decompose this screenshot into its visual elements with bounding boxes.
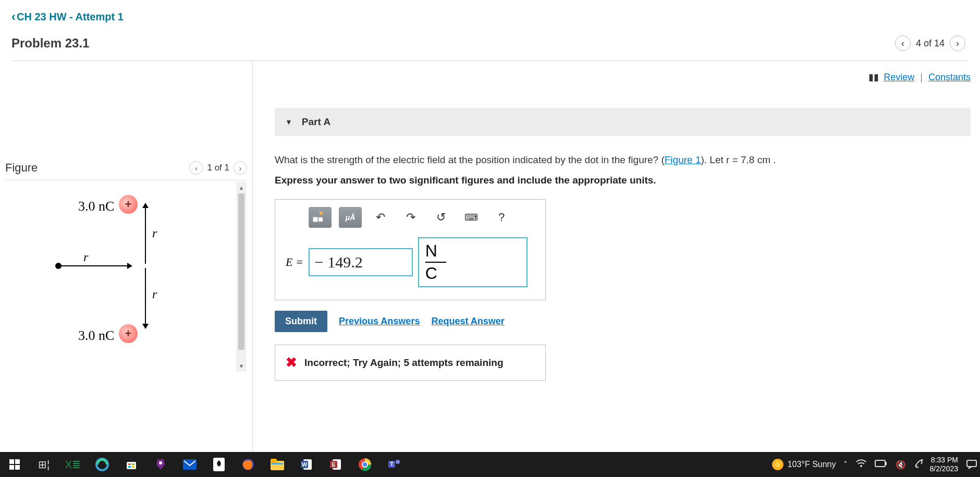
submit-button[interactable]: Submit — [275, 311, 327, 332]
pager-text: 4 of 14 — [916, 38, 945, 49]
back-link-label: CH 23 HW - Attempt 1 — [17, 11, 124, 23]
svg-point-27 — [396, 460, 400, 464]
arrow-up-icon — [142, 203, 149, 208]
taskbar-app-explorer[interactable] — [263, 452, 292, 477]
templates-tool[interactable] — [309, 207, 332, 228]
request-answer-link[interactable]: Request Answer — [431, 316, 504, 327]
feedback-text: Incorrect; Try Again; 5 attempts remaini… — [304, 357, 504, 369]
taskbar-app-store[interactable] — [117, 452, 146, 477]
chevron-left-icon: ‹ — [11, 9, 16, 24]
taskbar-app-chrome[interactable] — [350, 452, 379, 477]
svg-rect-29 — [875, 460, 885, 467]
unit-numerator: N — [425, 241, 437, 261]
review-link[interactable]: Review — [884, 72, 914, 82]
svg-rect-2 — [320, 212, 323, 215]
arrow-down-icon — [142, 324, 149, 329]
svg-rect-30 — [886, 462, 887, 465]
svg-rect-31 — [967, 460, 976, 467]
figure-next-button[interactable]: › — [234, 161, 247, 175]
taskbar-clock[interactable]: 8:33 PM 8/2/2023 — [930, 456, 959, 473]
previous-answers-link[interactable]: Previous Answers — [339, 316, 420, 327]
separator: | — [920, 72, 923, 82]
taskbar-app-keepass[interactable] — [146, 452, 175, 477]
notifications-button[interactable] — [963, 452, 980, 477]
taskbar-app-edge[interactable] — [88, 452, 117, 477]
incorrect-icon: ✖ — [286, 354, 297, 371]
svg-rect-6 — [132, 463, 134, 465]
value-input[interactable] — [309, 248, 413, 276]
figure-link[interactable]: Figure 1 — [665, 154, 701, 165]
next-problem-button[interactable]: › — [950, 35, 965, 51]
tray-chevron-icon[interactable]: ˄ — [843, 460, 848, 470]
figure-title: Figure — [5, 161, 38, 175]
problem-pager: ‹ 4 of 14 › — [895, 35, 965, 51]
flag-icon[interactable]: ▮▮ — [868, 72, 879, 82]
taskbar-app-solitaire[interactable] — [204, 452, 234, 477]
keyboard-button[interactable]: ⌨ — [460, 207, 483, 228]
figure-pager: ‹ 1 of 1 › — [189, 161, 247, 175]
taskbar-app-word[interactable]: W — [292, 452, 321, 477]
r-label-horiz: r — [83, 250, 88, 264]
charge-bottom-label: 3.0 nC — [78, 328, 114, 344]
taskbar-app-firefox[interactable] — [234, 452, 263, 477]
units-tool[interactable]: μÅ — [339, 207, 362, 228]
weather-text: 103°F Sunny — [788, 460, 836, 469]
help-button[interactable]: ? — [490, 207, 513, 228]
arrow-right-icon — [127, 263, 132, 269]
figure-pager-text: 1 of 1 — [207, 163, 229, 173]
back-link[interactable]: ‹ CH 23 HW - Attempt 1 — [11, 9, 124, 24]
taskbar-app-mail[interactable] — [175, 452, 204, 477]
wifi-icon[interactable] — [856, 459, 866, 470]
svg-rect-14 — [271, 459, 277, 463]
charge-bottom: + — [119, 324, 138, 343]
arrow-line — [62, 265, 129, 266]
answer-instruction: Express your answer to two significant f… — [275, 173, 971, 188]
figure-scrollbar[interactable]: ▲ ▼ — [237, 182, 246, 371]
scroll-down-icon[interactable]: ▼ — [237, 361, 246, 371]
part-a-header[interactable]: ▼ Part A — [275, 108, 971, 136]
sun-icon — [772, 459, 783, 470]
connect-icon[interactable] — [914, 458, 925, 471]
scroll-up-icon[interactable]: ▲ — [237, 183, 246, 192]
battery-icon[interactable] — [875, 460, 887, 469]
taskbar-app-access[interactable]: E — [321, 452, 350, 477]
start-button[interactable] — [0, 452, 29, 477]
figure-canvas: 3.0 nC + r r r 3.0 nC + — [5, 180, 247, 373]
svg-rect-4 — [127, 462, 136, 469]
r-label-top: r — [152, 226, 157, 240]
field-point-dot — [55, 263, 62, 269]
svg-rect-8 — [132, 466, 134, 468]
constants-link[interactable]: Constants — [928, 72, 971, 82]
undo-button[interactable]: ↶ — [369, 207, 392, 228]
arrow-line — [145, 268, 146, 325]
charge-top-label: 3.0 nC — [78, 199, 114, 214]
task-view-button[interactable]: ⊞¦ — [29, 452, 58, 477]
scroll-thumb[interactable] — [238, 193, 244, 350]
svg-rect-10 — [183, 459, 197, 470]
figure-prev-button[interactable]: ‹ — [189, 161, 203, 175]
problem-title: Problem 23.1 — [11, 36, 89, 51]
part-a-title: Part A — [302, 116, 330, 128]
prev-problem-button[interactable]: ‹ — [895, 35, 911, 51]
taskbar-weather[interactable]: 103°F Sunny — [772, 459, 836, 470]
svg-rect-5 — [128, 463, 131, 465]
svg-rect-0 — [313, 217, 317, 222]
reset-button[interactable]: ↺ — [430, 207, 452, 228]
caret-down-icon: ▼ — [285, 118, 292, 126]
units-input[interactable]: N C — [418, 237, 528, 287]
answer-box: μÅ ↶ ↷ ↺ ⌨ ? E = N C — [275, 199, 546, 300]
unit-denominator: C — [425, 264, 437, 283]
clock-time: 8:33 PM — [930, 456, 959, 464]
charge-top: + — [119, 195, 138, 214]
redo-button[interactable]: ↷ — [399, 207, 422, 228]
svg-point-9 — [159, 461, 162, 464]
volume-muted-icon[interactable]: 🔇 — [896, 460, 906, 470]
svg-point-24 — [363, 462, 367, 467]
r-label-bottom: r — [152, 287, 157, 301]
taskbar-app-teams[interactable]: T — [379, 452, 409, 477]
equation-label: E = — [286, 255, 303, 269]
svg-rect-1 — [318, 217, 323, 222]
question-text: What is the strength of the electric fie… — [275, 153, 971, 168]
feedback-box: ✖ Incorrect; Try Again; 5 attempts remai… — [275, 345, 546, 381]
taskbar-app-excel[interactable]: X≣ — [58, 452, 88, 477]
